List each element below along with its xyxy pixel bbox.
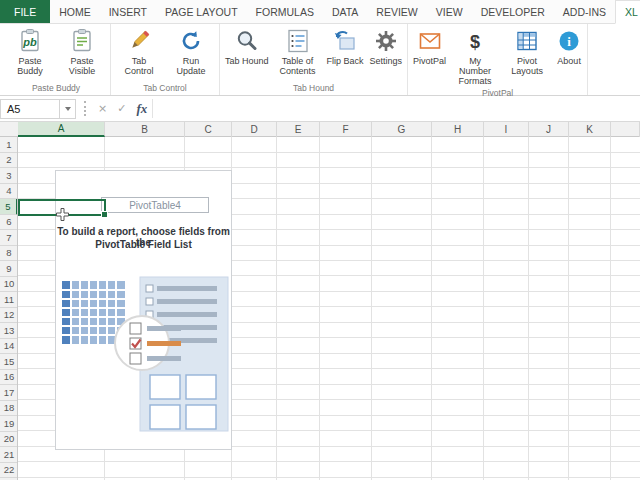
ribbon-tab-review[interactable]: REVIEW — [367, 0, 426, 23]
row-header-12[interactable]: 12 — [0, 308, 18, 324]
settings-button[interactable]: Settings — [367, 25, 406, 66]
ribbon-tab-home[interactable]: HOME — [50, 0, 100, 23]
row-header-14[interactable]: 14 — [0, 339, 18, 355]
dollar-icon: $ — [462, 28, 488, 54]
row-header-21[interactable]: 21 — [0, 447, 18, 463]
button-label: Tab Hound — [225, 56, 269, 66]
column-header-d[interactable]: D — [232, 122, 277, 137]
group-label: Paste Buddy — [4, 81, 108, 95]
ribbon-group-tab-control: Tab ControlRun UpdateTab Control — [111, 24, 220, 95]
ribbon-tab-page-layout[interactable]: PAGE LAYOUT — [156, 0, 247, 23]
column-header-k[interactable]: K — [569, 122, 611, 137]
row-header-7[interactable]: 7 — [0, 230, 18, 246]
row-header-16[interactable]: 16 — [0, 370, 18, 386]
pivot-layouts-button[interactable]: Pivot Layouts — [501, 25, 553, 76]
about-button[interactable]: iAbout — [553, 25, 585, 66]
row-header-18[interactable]: 18 — [0, 401, 18, 417]
row-header-4[interactable]: 4 — [0, 184, 18, 200]
checkbox-rows — [130, 323, 181, 364]
button-label: Paste Visible — [59, 56, 105, 76]
group-label: Tab Hound — [222, 81, 405, 95]
button-label: Run Update — [168, 56, 214, 76]
row-header-6[interactable]: 6 — [0, 215, 18, 231]
row-header-22[interactable]: 22 — [0, 463, 18, 479]
row-header-13[interactable]: 13 — [0, 323, 18, 339]
column-header-h[interactable]: H — [432, 122, 484, 137]
gridline — [319, 137, 320, 480]
list-icon — [285, 28, 311, 54]
sheet-grid[interactable]: PivotTable4 To build a report, choose fi… — [18, 137, 640, 480]
paste-buddy-button[interactable]: pbPaste Buddy — [4, 25, 56, 76]
pivot-instruction-line2: PivotTable Field List — [56, 239, 231, 250]
row-header-11[interactable]: 11 — [0, 292, 18, 308]
ribbon-group-tab-hound: Tab HoundTable of ContentsFlip BackSetti… — [220, 24, 408, 95]
column-header-a[interactable]: A — [18, 122, 105, 137]
column-header-f[interactable]: F — [320, 122, 372, 137]
tab-control-button[interactable]: Tab Control — [113, 25, 165, 76]
run-update-button[interactable]: Run Update — [165, 25, 217, 76]
ribbon-tab-view[interactable]: VIEW — [427, 0, 472, 23]
row-header-8[interactable]: 8 — [0, 246, 18, 262]
column-header-i[interactable]: I — [484, 122, 529, 137]
column-headers: ABCDEFGHIJK — [0, 122, 640, 137]
ribbon: pbPaste BuddyPaste VisiblePaste BuddyTab… — [0, 24, 640, 96]
gridline — [568, 137, 569, 480]
row-header-17[interactable]: 17 — [0, 385, 18, 401]
enter-icon[interactable]: ✓ — [112, 102, 131, 115]
row-header-1[interactable]: 1 — [0, 137, 18, 153]
button-label: Flip Back — [327, 56, 364, 66]
magnifier-icon — [234, 28, 260, 54]
row-header-10[interactable]: 10 — [0, 277, 18, 293]
column-header-j[interactable]: J — [529, 122, 569, 137]
name-box-dropdown-icon[interactable] — [59, 100, 75, 118]
button-label: About — [557, 56, 581, 66]
flip-back-button[interactable]: Flip Back — [324, 25, 367, 66]
gear-icon — [373, 28, 399, 54]
row-header-3[interactable]: 3 — [0, 168, 18, 184]
tab-hound-button[interactable]: Tab Hound — [222, 25, 272, 66]
ribbon-group-paste-buddy: pbPaste BuddyPaste VisiblePaste Buddy — [2, 24, 111, 95]
my-number-formats-button[interactable]: $My Number Formats — [449, 25, 501, 86]
row-header-2[interactable]: 2 — [0, 153, 18, 169]
field-list-graphic — [115, 277, 228, 431]
ribbon-tab-developer[interactable]: DEVELOPER — [472, 0, 554, 23]
row-header-20[interactable]: 20 — [0, 432, 18, 448]
insert-function-icon[interactable]: fx — [131, 101, 152, 117]
gridline — [610, 137, 611, 480]
flip-back-icon — [332, 28, 358, 54]
ribbon-tab-file[interactable]: FILE — [0, 0, 50, 23]
row-header-5[interactable]: 5 — [0, 199, 18, 215]
button-label: Pivot Layouts — [504, 56, 550, 76]
pencil-icon — [126, 28, 152, 54]
row-header-15[interactable]: 15 — [0, 354, 18, 370]
column-header-g[interactable]: G — [372, 122, 432, 137]
gridline — [483, 137, 484, 480]
clipboard-icon — [69, 28, 95, 54]
paste-visible-button[interactable]: Paste Visible — [56, 25, 108, 76]
ribbon-tab-formulas[interactable]: FORMULAS — [247, 0, 323, 23]
pivotpal-icon — [417, 28, 443, 54]
pivot-name-box[interactable]: PivotTable4 — [101, 197, 209, 213]
column-header-b[interactable]: B — [105, 122, 185, 137]
formula-bar-separator — [84, 101, 86, 116]
ribbon-tab-add-ins[interactable]: ADD-INS — [554, 0, 615, 23]
column-header-c[interactable]: C — [185, 122, 232, 137]
info-icon: i — [556, 28, 582, 54]
name-box[interactable]: A5 — [0, 99, 76, 119]
row-headers: 12345678910111213141516171819202122 — [0, 137, 18, 480]
pivotpal-button[interactable]: PivotPal — [410, 25, 449, 66]
pivot-placeholder-illustration — [56, 275, 233, 437]
row-header-9[interactable]: 9 — [0, 261, 18, 277]
formula-input[interactable] — [152, 99, 640, 118]
cancel-icon[interactable]: × — [93, 102, 112, 115]
ribbon-tab-insert[interactable]: INSERT — [100, 0, 156, 23]
table-icon — [514, 28, 540, 54]
svg-text:pb: pb — [22, 36, 37, 48]
svg-text:i: i — [567, 34, 571, 49]
table-of-contents-button[interactable]: Table of Contents — [272, 25, 324, 76]
button-label: Table of Contents — [275, 56, 321, 76]
ribbon-tab-xl-campus[interactable]: XL Campus — [615, 0, 640, 24]
row-header-19[interactable]: 19 — [0, 416, 18, 432]
column-header-e[interactable]: E — [277, 122, 320, 137]
ribbon-tab-data[interactable]: DATA — [323, 0, 367, 23]
